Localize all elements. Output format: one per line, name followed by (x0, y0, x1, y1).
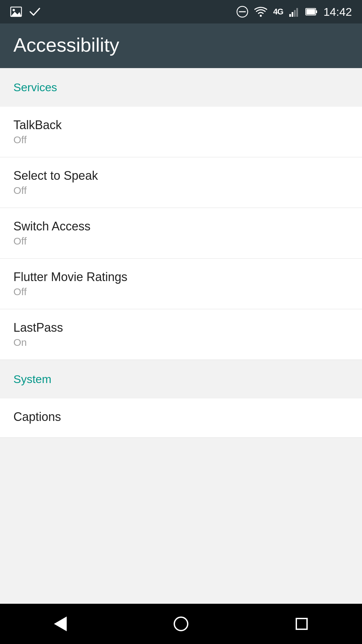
select-to-speak-subtitle: Off (13, 185, 349, 196)
page-header: Accessibility (0, 23, 362, 68)
wifi-icon (254, 7, 267, 17)
nav-recent-button[interactable] (288, 610, 315, 637)
svg-rect-9 (296, 8, 298, 17)
svg-rect-7 (292, 12, 293, 17)
lastpass-item[interactable]: LastPass On (0, 309, 362, 360)
status-time: 14:42 (323, 5, 352, 18)
nav-bar (0, 604, 362, 644)
status-bar: 4G 14:42 (0, 0, 362, 23)
dnd-icon (236, 6, 248, 18)
captions-title: Captions (13, 410, 349, 424)
back-icon (54, 616, 67, 631)
flutter-movie-ratings-subtitle: Off (13, 286, 349, 298)
talkback-title: TalkBack (13, 118, 349, 132)
switch-access-subtitle: Off (13, 235, 349, 247)
svg-point-5 (260, 15, 262, 17)
talkback-item[interactable]: TalkBack Off (0, 107, 362, 157)
settings-content: Services TalkBack Off Select to Speak Of… (0, 68, 362, 604)
switch-access-title: Switch Access (13, 219, 349, 233)
system-section-header: System (0, 360, 362, 392)
recent-icon (296, 618, 308, 630)
lastpass-subtitle: On (13, 337, 349, 348)
page-title: Accessibility (13, 34, 349, 56)
select-to-speak-item[interactable]: Select to Speak Off (0, 157, 362, 208)
nav-home-button[interactable] (168, 610, 194, 637)
image-icon (10, 6, 22, 18)
svg-rect-12 (316, 10, 317, 13)
svg-rect-8 (294, 10, 296, 17)
check-icon (29, 6, 41, 18)
home-icon (174, 616, 188, 631)
status-bar-left (10, 6, 41, 18)
svg-point-1 (13, 9, 15, 11)
spacer-1 (0, 100, 362, 107)
flutter-movie-ratings-item[interactable]: Flutter Movie Ratings Off (0, 259, 362, 309)
status-bar-right: 4G 14:42 (236, 5, 352, 18)
select-to-speak-title: Select to Speak (13, 169, 349, 183)
services-section-title: Services (13, 81, 57, 94)
svg-rect-11 (306, 9, 315, 14)
signal-icon (289, 7, 299, 17)
services-section-header: Services (0, 68, 362, 100)
flutter-movie-ratings-title: Flutter Movie Ratings (13, 270, 349, 284)
switch-access-item[interactable]: Switch Access Off (0, 208, 362, 259)
lastpass-title: LastPass (13, 321, 349, 335)
network-type: 4G (273, 7, 283, 16)
nav-back-button[interactable] (47, 610, 74, 637)
talkback-subtitle: Off (13, 134, 349, 146)
battery-icon (305, 7, 317, 16)
spacer-2 (0, 392, 362, 398)
svg-marker-2 (11, 12, 21, 16)
svg-rect-6 (289, 14, 291, 17)
system-section-title: System (13, 373, 51, 385)
captions-item[interactable]: Captions (0, 398, 362, 438)
